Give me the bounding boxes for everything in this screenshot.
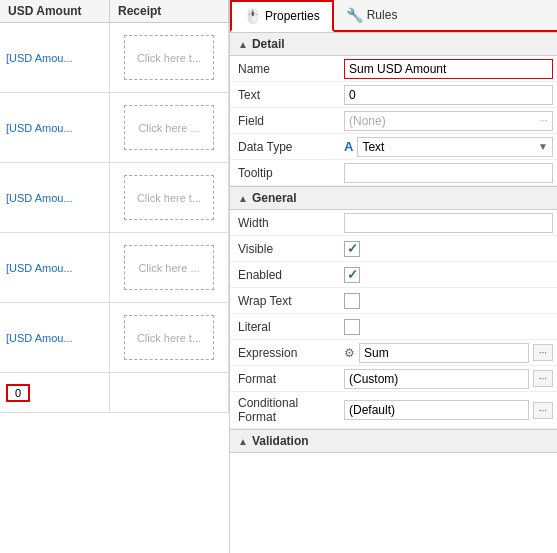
click-here-3[interactable]: Click here t... <box>124 175 214 220</box>
tab-bar: 🖱️ Properties 🔧 Rules <box>230 0 557 32</box>
condformat-dots-button[interactable]: ··· <box>533 402 553 419</box>
prop-literal-label: Literal <box>230 316 340 338</box>
section-detail-header[interactable]: ▲ Detail <box>230 32 557 56</box>
tab-rules[interactable]: 🔧 Rules <box>334 0 410 30</box>
click-here-1[interactable]: Click here t... <box>124 35 214 80</box>
text-input[interactable] <box>344 85 553 105</box>
validation-collapse-icon: ▲ <box>238 436 248 447</box>
expression-select[interactable]: Sum <box>359 343 529 363</box>
name-input[interactable] <box>344 59 553 79</box>
usd-cell-3: [USD Amou... <box>0 163 110 232</box>
click-here-2[interactable]: Click here ... <box>124 105 214 150</box>
prop-field-label: Field <box>230 110 340 132</box>
prop-format-row: Format (Custom) ··· <box>230 366 557 392</box>
prop-literal-row: Literal <box>230 314 557 340</box>
prop-visible-value[interactable]: ✓ <box>340 239 557 259</box>
usd-cell-1: [USD Amou... <box>0 23 110 92</box>
expression-select-text: Sum <box>364 346 389 360</box>
zero-value: 0 <box>6 384 30 402</box>
format-select[interactable]: (Custom) <box>344 369 529 389</box>
prop-wraptext-value[interactable] <box>340 291 557 311</box>
table-row-last: 0 <box>0 373 229 413</box>
width-input[interactable] <box>344 213 553 233</box>
prop-expression-row: Expression ⚙ Sum ··· <box>230 340 557 366</box>
format-select-text: (Custom) <box>349 372 398 386</box>
receipt-cell-5: Click here t... <box>110 303 229 372</box>
receipt-cell-3: Click here t... <box>110 163 229 232</box>
prop-visible-label: Visible <box>230 238 340 260</box>
prop-format-label: Format <box>230 368 340 390</box>
section-validation-label: Validation <box>252 434 309 448</box>
prop-text-label: Text <box>230 84 340 106</box>
col-header-usd: USD Amount <box>0 0 110 22</box>
section-detail-label: Detail <box>252 37 285 51</box>
left-table-panel: USD Amount Receipt [USD Amou... Click he… <box>0 0 230 553</box>
section-general-label: General <box>252 191 297 205</box>
prop-wraptext-row: Wrap Text <box>230 288 557 314</box>
table-row: [USD Amou... Click here ... <box>0 93 229 163</box>
table-header: USD Amount Receipt <box>0 0 229 23</box>
field-select[interactable]: (None) ··· <box>344 111 553 131</box>
table-row: [USD Amou... Click here ... <box>0 233 229 303</box>
format-dots-button[interactable]: ··· <box>533 370 553 387</box>
expression-dots-button[interactable]: ··· <box>533 344 553 361</box>
expression-row: ⚙ Sum ··· <box>344 343 553 363</box>
datatype-arrow: ▼ <box>538 141 548 152</box>
section-validation-header[interactable]: ▲ Validation <box>230 429 557 453</box>
condformat-select[interactable]: (Default) <box>344 400 529 420</box>
prop-visible-row: Visible ✓ <box>230 236 557 262</box>
usd-cell-2: [USD Amou... <box>0 93 110 162</box>
expression-icon: ⚙ <box>344 346 355 360</box>
prop-tooltip-label: Tooltip <box>230 162 340 184</box>
detail-collapse-icon: ▲ <box>238 39 248 50</box>
prop-datatype-value: A Text ▼ <box>340 135 557 159</box>
receipt-cell-4: Click here ... <box>110 233 229 302</box>
datatype-select[interactable]: Text ▼ <box>357 137 553 157</box>
table-rows: [USD Amou... Click here t... [USD Amou..… <box>0 23 229 413</box>
tab-properties[interactable]: 🖱️ Properties <box>230 0 334 32</box>
datatype-select-text: Text <box>362 140 384 154</box>
section-general-header[interactable]: ▲ General <box>230 186 557 210</box>
wraptext-checkbox[interactable] <box>344 293 360 309</box>
prop-datatype-label: Data Type <box>230 136 340 158</box>
click-here-4[interactable]: Click here ... <box>124 245 214 290</box>
prop-text-value[interactable] <box>340 83 557 107</box>
col-header-receipt: Receipt <box>110 0 229 22</box>
prop-condformat-row: Conditional Format (Default) ··· <box>230 392 557 429</box>
table-row: [USD Amou... Click here t... <box>0 23 229 93</box>
prop-tooltip-value[interactable] <box>340 161 557 185</box>
zero-cell: 0 <box>0 373 110 412</box>
prop-format-value: (Custom) ··· <box>340 367 557 391</box>
click-here-5[interactable]: Click here t... <box>124 315 214 360</box>
table-row: [USD Amou... Click here t... <box>0 163 229 233</box>
enabled-checkbox[interactable]: ✓ <box>344 267 360 283</box>
prop-expression-value: ⚙ Sum ··· <box>340 341 557 365</box>
properties-content: ▲ Detail Name Text Field (None) ··· <box>230 32 557 553</box>
tab-properties-label: Properties <box>265 9 320 23</box>
tooltip-input[interactable] <box>344 163 553 183</box>
table-row: [USD Amou... Click here t... <box>0 303 229 373</box>
visible-checkbox[interactable]: ✓ <box>344 241 360 257</box>
prop-width-value[interactable] <box>340 211 557 235</box>
prop-width-row: Width <box>230 210 557 236</box>
prop-name-row: Name <box>230 56 557 82</box>
receipt-cell-1: Click here t... <box>110 23 229 92</box>
prop-text-row: Text <box>230 82 557 108</box>
prop-wraptext-label: Wrap Text <box>230 290 340 312</box>
prop-literal-value[interactable] <box>340 317 557 337</box>
prop-tooltip-row: Tooltip <box>230 160 557 186</box>
field-dots[interactable]: ··· <box>540 115 548 126</box>
general-collapse-icon: ▲ <box>238 193 248 204</box>
rules-icon: 🔧 <box>346 7 363 23</box>
literal-checkbox[interactable] <box>344 319 360 335</box>
prop-width-label: Width <box>230 212 340 234</box>
prop-condformat-label: Conditional Format <box>230 392 340 428</box>
right-panel: 🖱️ Properties 🔧 Rules ▲ Detail Name Text <box>230 0 557 553</box>
prop-enabled-label: Enabled <box>230 264 340 286</box>
prop-condformat-value: (Default) ··· <box>340 398 557 422</box>
prop-enabled-value[interactable]: ✓ <box>340 265 557 285</box>
prop-enabled-row: Enabled ✓ <box>230 262 557 288</box>
enabled-check-mark: ✓ <box>347 267 358 282</box>
prop-name-value[interactable] <box>340 57 557 81</box>
type-icon: A <box>344 139 353 154</box>
